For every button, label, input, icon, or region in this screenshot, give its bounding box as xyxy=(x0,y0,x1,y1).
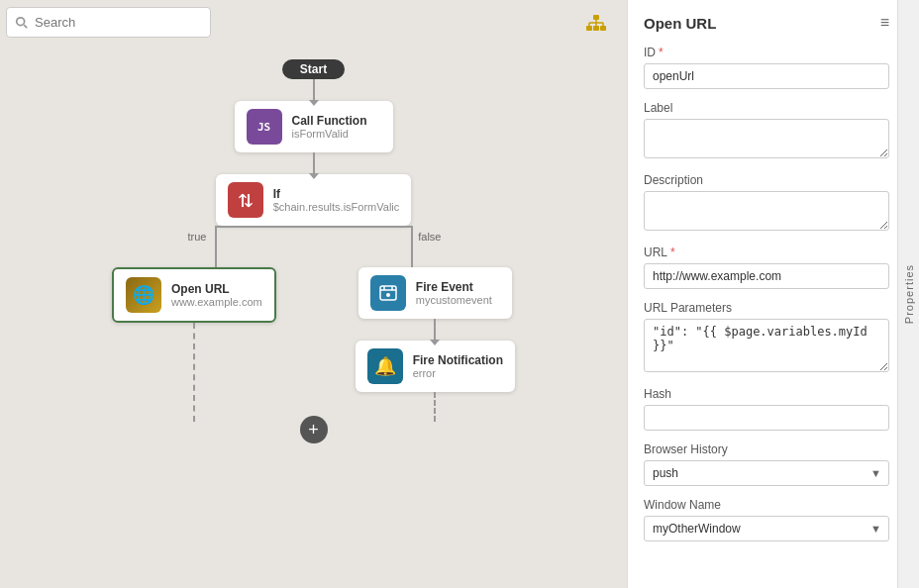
field-browser-history-select[interactable]: push replace none xyxy=(644,460,889,486)
field-description-input[interactable] xyxy=(644,191,889,231)
panel-header: Open URL ≡ xyxy=(644,14,889,32)
panel-content: Open URL ≡ ID * Label Description xyxy=(628,0,919,588)
field-hash: Hash xyxy=(644,387,889,431)
fire-event-title: Fire Event xyxy=(416,280,492,294)
field-browser-history-wrap: push replace none ▼ xyxy=(644,460,889,486)
search-input[interactable] xyxy=(35,15,202,30)
svg-rect-4 xyxy=(593,26,599,31)
field-window-name: Window Name myOtherWindow _blank _self _… xyxy=(644,498,889,541)
field-id-label: ID * xyxy=(644,46,889,59)
field-label-label: Label xyxy=(644,101,889,115)
open-url-subtitle: www.example.com xyxy=(171,296,262,308)
fire-notification-icon: 🔔 xyxy=(367,348,403,384)
call-function-icon: JS xyxy=(247,109,282,145)
branch-false-label: false xyxy=(415,231,444,243)
svg-point-0 xyxy=(17,17,25,25)
field-window-name-wrap: myOtherWindow _blank _self _parent _top … xyxy=(644,516,889,541)
open-url-title: Open URL xyxy=(171,282,262,296)
fire-notification-node[interactable]: 🔔 Fire Notification error xyxy=(356,341,515,392)
canvas-area: Start JS Call Function isFormValid ⇄ xyxy=(0,0,627,588)
field-label: Label xyxy=(644,101,889,161)
branch-connector: true false xyxy=(126,226,502,267)
call-function-subtitle: isFormValid xyxy=(292,128,367,140)
add-section: + xyxy=(300,412,328,443)
if-node[interactable]: ⇄ If $chain.results.isFormValic xyxy=(216,174,412,226)
field-url-required: * xyxy=(670,245,675,259)
field-url: URL * xyxy=(644,245,889,289)
fire-event-icon xyxy=(370,275,406,311)
branches-row: 🌐 Open URL www.example.com xyxy=(112,267,515,422)
field-browser-history: Browser History push replace none ▼ xyxy=(644,442,889,486)
start-node: Start xyxy=(282,59,345,79)
field-description-label: Description xyxy=(644,173,889,187)
field-hash-input[interactable] xyxy=(644,405,889,431)
field-url-params-input[interactable]: "id": "{{ $page.variables.myId }}" xyxy=(644,319,889,372)
panel-menu-icon[interactable]: ≡ xyxy=(880,14,889,32)
field-id: ID * xyxy=(644,46,889,89)
open-url-icon: 🌐 xyxy=(126,277,161,313)
svg-line-1 xyxy=(24,25,27,28)
open-url-node[interactable]: 🌐 Open URL www.example.com xyxy=(112,267,276,323)
fire-event-subtitle: mycustomevent xyxy=(416,294,492,306)
fire-notification-subtitle: error xyxy=(413,367,503,379)
fire-notification-title: Fire Notification xyxy=(413,353,503,367)
field-description: Description xyxy=(644,173,889,234)
svg-point-15 xyxy=(386,293,390,297)
properties-tab-label: Properties xyxy=(903,264,915,324)
field-window-name-label: Window Name xyxy=(644,498,889,512)
if-title: If xyxy=(273,187,400,201)
svg-rect-5 xyxy=(600,26,606,31)
right-panel: Open URL ≡ ID * Label Description xyxy=(627,0,919,588)
field-window-name-select[interactable]: myOtherWindow _blank _self _parent _top xyxy=(644,516,889,541)
if-icon: ⇄ xyxy=(228,182,263,218)
add-node-button[interactable]: + xyxy=(300,416,328,443)
field-label-input[interactable] xyxy=(644,119,889,158)
search-bar[interactable] xyxy=(6,7,211,38)
field-url-input[interactable] xyxy=(644,263,889,289)
flow-container: Start JS Call Function isFormValid ⇄ xyxy=(0,59,627,588)
svg-rect-2 xyxy=(593,15,599,20)
org-chart-icon[interactable] xyxy=(585,14,607,41)
dashed-line-left xyxy=(193,323,195,422)
if-subtitle: $chain.results.isFormValic xyxy=(273,201,400,213)
search-icon xyxy=(15,16,29,30)
field-hash-label: Hash xyxy=(644,387,889,401)
properties-tab[interactable]: Properties xyxy=(897,0,919,588)
field-url-label: URL * xyxy=(644,245,889,259)
field-id-input[interactable] xyxy=(644,63,889,89)
svg-rect-3 xyxy=(586,26,592,31)
fire-event-node[interactable]: Fire Event mycustomevent xyxy=(358,267,512,319)
field-url-params-label: URL Parameters xyxy=(644,301,889,315)
call-function-node[interactable]: JS Call Function isFormValid xyxy=(235,101,393,152)
false-branch: Fire Event mycustomevent 🔔 Fire Notifica… xyxy=(356,267,515,422)
field-url-params: URL Parameters "id": "{{ $page.variables… xyxy=(644,301,889,375)
panel-title: Open URL xyxy=(644,15,716,32)
dashed-line-right xyxy=(434,392,436,422)
field-browser-history-label: Browser History xyxy=(644,442,889,456)
field-id-required: * xyxy=(659,46,664,59)
branch-true-label: true xyxy=(185,231,210,243)
true-branch: 🌐 Open URL www.example.com xyxy=(112,267,276,422)
call-function-title: Call Function xyxy=(292,114,367,128)
